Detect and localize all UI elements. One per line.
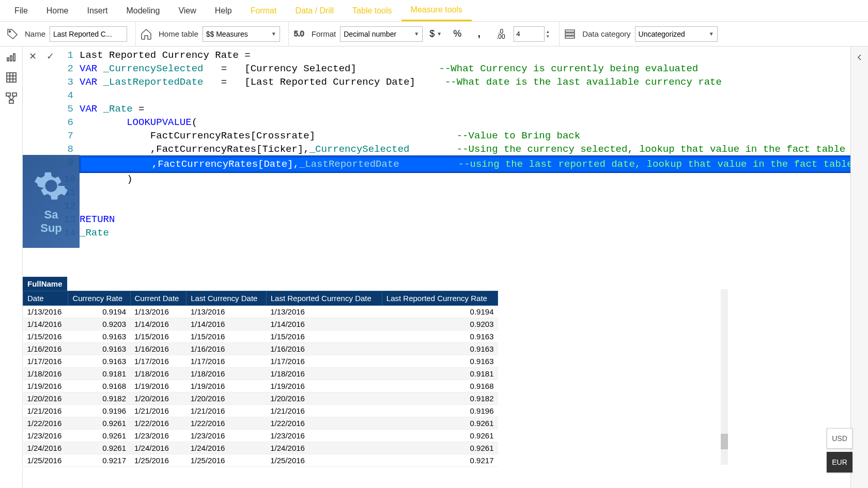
column-header[interactable]: Date (23, 291, 68, 306)
thousands-separator-button[interactable]: , (470, 25, 488, 43)
ribbon-tab-view[interactable]: View (169, 1, 205, 21)
table-row[interactable]: 1/18/20160.91811/18/20161/18/20161/18/20… (23, 368, 498, 380)
expand-pane-icon[interactable] (852, 50, 867, 65)
table-row[interactable]: 1/14/20160.92031/14/20161/14/20161/14/20… (23, 318, 498, 330)
home-table-dropdown[interactable]: $$ Measures ▼ (203, 26, 280, 42)
table-row[interactable]: 1/19/20160.91681/19/20161/19/20161/19/20… (23, 380, 498, 392)
code-line[interactable]: 14_Rate (64, 226, 864, 240)
table-row[interactable]: 1/24/20160.92611/24/20161/24/20161/24/20… (23, 442, 498, 454)
right-pane-collapsed[interactable] (850, 46, 868, 488)
table-row[interactable]: 1/21/20160.91961/21/20161/21/20161/21/20… (23, 405, 498, 417)
code-line[interactable]: 4 (64, 89, 864, 102)
table-visual[interactable]: FullName DateCurrency RateCurrent DateLa… (23, 277, 498, 467)
line-content: ,FactCurrencyRates[Ticker],_CurrencySele… (80, 143, 864, 156)
svg-text:5.0: 5.0 (294, 29, 304, 38)
format-dropdown[interactable]: Decimal number ▼ (340, 26, 423, 42)
decimals-input[interactable] (514, 26, 545, 42)
table-cell: 0.9261 (382, 417, 498, 430)
table-row[interactable]: 1/20/20160.91821/20/20161/20/20161/20/20… (23, 392, 498, 405)
svg-point-0 (9, 30, 11, 32)
spinner-up-icon[interactable]: ▲ (546, 29, 550, 34)
slicer-option-eur[interactable]: EUR (827, 452, 853, 473)
line-number: 4 (64, 89, 80, 102)
table-cell: 0.9163 (382, 355, 498, 368)
table-row[interactable]: 1/23/20160.92611/23/20161/23/20161/23/20… (23, 430, 498, 442)
code-line[interactable]: 6 LOOKUPVALUE( (64, 116, 864, 129)
table-cell: 1/17/2016 (266, 355, 382, 368)
code-line[interactable]: 3VAR _LastReportedDate = [Last Reported … (64, 75, 864, 89)
data-category-dropdown[interactable]: Uncategorized ▼ (635, 26, 718, 42)
table-cell: 1/19/2016 (130, 380, 187, 392)
table-row[interactable]: 1/15/20160.91631/15/20161/15/20161/15/20… (23, 330, 498, 343)
data-category-value: Uncategorized (639, 30, 685, 38)
name-label: Name (25, 29, 45, 38)
ribbon-tab-modeling[interactable]: Modeling (117, 1, 169, 21)
code-line[interactable]: 11 (64, 186, 864, 199)
code-line[interactable]: 12 (64, 199, 864, 213)
ribbon-tab-file[interactable]: File (5, 1, 37, 21)
table-cell: 1/21/2016 (130, 405, 187, 417)
ribbon-tab-help[interactable]: Help (206, 1, 241, 21)
ribbon-tab-format[interactable]: Format (241, 1, 286, 21)
model-view-icon[interactable] (5, 92, 18, 104)
table-cell: 0.9203 (68, 318, 130, 330)
visual-scrollbar-thumb[interactable] (721, 434, 728, 449)
table-row[interactable]: 1/22/20160.92611/22/20161/22/20161/22/20… (23, 417, 498, 430)
chevron-down-icon: ▼ (414, 31, 419, 37)
table-cell: 1/13/2016 (130, 306, 187, 318)
gear-icon (33, 168, 69, 204)
percent-format-button[interactable]: % (448, 25, 466, 43)
dax-editor[interactable]: 1Last Reported Currency Rate = 2VAR _Cur… (60, 46, 868, 242)
chevron-down-icon: ▼ (709, 31, 714, 37)
svg-rect-4 (565, 36, 575, 38)
table-body: 1/13/20160.91941/13/20161/13/20161/13/20… (23, 306, 498, 467)
table-cell: 0.9163 (382, 330, 498, 343)
ribbon-tab-measure-tools[interactable]: Measure tools (401, 0, 472, 21)
table-row[interactable]: 1/17/20160.91631/17/20161/17/20161/17/20… (23, 355, 498, 368)
slicer-option-usd[interactable]: USD (827, 428, 853, 449)
measure-name-input[interactable] (50, 26, 127, 42)
chevron-down-icon: ▼ (271, 31, 276, 37)
table-cell: 0.9261 (382, 442, 498, 454)
table-cell: 1/17/2016 (23, 355, 68, 368)
ribbon-tab-data-drill[interactable]: Data / Drill (286, 1, 343, 21)
table-cell: 1/22/2016 (266, 417, 382, 430)
table-row[interactable]: 1/13/20160.91941/13/20161/13/20161/13/20… (23, 306, 498, 318)
overlay-text-1: Sa (44, 208, 58, 222)
column-header[interactable]: Last Reported Currency Date (266, 291, 382, 306)
spinner-down-icon[interactable]: ▼ (546, 34, 550, 39)
table-row[interactable]: 1/16/20160.91631/16/20161/16/20161/16/20… (23, 343, 498, 355)
format-number-icon: 5.0 (293, 28, 305, 40)
report-view-icon[interactable] (5, 51, 18, 63)
data-view-icon[interactable] (5, 71, 18, 84)
data-category-group: Data category Uncategorized ▼ (564, 22, 725, 46)
ribbon-tab-insert[interactable]: Insert (78, 1, 117, 21)
table-cell: 0.9168 (382, 380, 498, 392)
table-cell: 1/23/2016 (130, 430, 187, 442)
code-line[interactable]: 2VAR _CurrencySelected = [Currency Selec… (64, 62, 864, 75)
currency-format-button[interactable]: $▼ (427, 25, 444, 43)
column-header[interactable]: Current Date (130, 291, 187, 306)
ribbon-tab-home[interactable]: Home (37, 1, 78, 21)
svg-rect-5 (7, 58, 9, 61)
column-header[interactable]: Currency Rate (68, 291, 130, 306)
code-line[interactable]: 5VAR _Rate = (64, 102, 864, 116)
cancel-formula-button[interactable]: ✕ (26, 50, 39, 63)
code-line[interactable]: 1Last Reported Currency Rate = (64, 49, 864, 62)
ribbon-tab-table-tools[interactable]: Table tools (343, 1, 401, 21)
column-header[interactable]: Last Reported Currency Rate (382, 291, 498, 306)
code-line[interactable]: 13RETURN (64, 213, 864, 226)
visual-scrollbar-track[interactable] (721, 289, 728, 465)
table-row[interactable]: 1/25/20160.92171/25/20161/25/20161/25/20… (23, 454, 498, 467)
table-cell: 1/14/2016 (187, 318, 267, 330)
decimal-spinner[interactable]: ▲ ▼ (514, 26, 551, 42)
table-cell: 1/20/2016 (23, 392, 68, 405)
column-header[interactable]: Last Currency Date (187, 291, 267, 306)
code-line[interactable]: 8 ,FactCurrencyRates[Ticker],_CurrencySe… (64, 143, 864, 156)
code-line[interactable]: 9 ,FactCurrencyRates[Date],_LastReported… (64, 156, 864, 172)
line-content: RETURN (80, 213, 864, 226)
commit-formula-button[interactable]: ✓ (43, 50, 57, 63)
chevron-down-icon: ▼ (437, 31, 442, 37)
code-line[interactable]: 7 FactCurrencyRates[Crossrate] --Value t… (64, 129, 864, 143)
code-line[interactable]: 10 ) (64, 172, 864, 186)
